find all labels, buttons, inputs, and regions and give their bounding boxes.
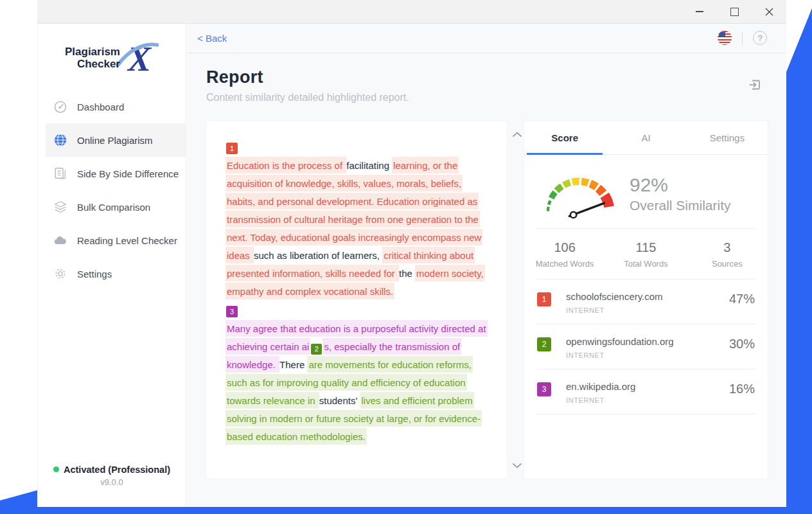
frame-bottom-bar — [0, 507, 812, 514]
similarity-score: 92% Overall Similarity — [630, 174, 731, 213]
source-domain: schoolofsciencery.com — [566, 291, 663, 302]
minimize-icon — [696, 11, 703, 12]
side-by-side-icon — [53, 166, 67, 181]
text-run: such as liberation of learners, — [254, 247, 382, 263]
source-row-schoolofsciencery-com[interactable]: 1schoolofsciencery.comINTERNET47% — [537, 279, 755, 324]
sidebar-item-bulk-comparison[interactable]: Bulk Comparison — [38, 190, 186, 224]
source-percent: 16% — [729, 381, 755, 396]
document-paragraph: 3Many agree that education is a purposef… — [225, 306, 488, 445]
source-domain: openwingsfoundation.org — [566, 336, 674, 347]
sidebar-item-label: Side By Side Difference — [77, 168, 179, 179]
gauge-icon — [53, 100, 67, 114]
text-run: facilitating — [346, 157, 392, 173]
text-run: students' — [319, 392, 360, 409]
vertical-separator — [742, 31, 743, 44]
document-panel: 1Education is the process of facilitatin… — [206, 121, 507, 479]
app-window: Plagiarism Checker X DashboardOnline Pla… — [0, 0, 812, 514]
topbar-icons: ? — [718, 31, 767, 45]
export-button[interactable] — [747, 77, 763, 95]
activation-text: Activated (Professional) — [38, 465, 186, 475]
activation-status: Activated (Professional) v9.0.0 — [38, 465, 186, 487]
sidebar-item-dashboard[interactable]: Dashboard — [38, 90, 186, 123]
topbar: < Back ? — [187, 23, 786, 53]
source-percent: 47% — [729, 291, 755, 306]
report-header: Report Content similarity detailed highl… — [187, 53, 786, 103]
source-type: INTERNET — [566, 396, 635, 404]
source-marker-badge: 1 — [226, 143, 238, 154]
main-area: < Back ? Report Content similarity detai… — [187, 23, 786, 507]
tab-score[interactable]: Score — [524, 121, 605, 154]
frame-right-bar — [786, 0, 812, 514]
sources-list: 1schoolofsciencery.comINTERNET47%2openwi… — [524, 279, 768, 414]
sidebar: Plagiarism Checker X DashboardOnline Pla… — [37, 23, 186, 514]
sidebar-item-label: Settings — [77, 269, 112, 279]
chevron-up-icon — [512, 132, 522, 137]
source-number-badge: 2 — [537, 337, 551, 351]
source-type: INTERNET — [566, 306, 663, 314]
text-run: the — [399, 265, 415, 281]
stat-total-words: 115Total Words — [605, 240, 686, 269]
logo-line2: Checker — [65, 58, 120, 70]
document-paragraph: 1Education is the process of facilitatin… — [225, 143, 488, 300]
paragraph-text: Education is the process of facilitating… — [225, 156, 488, 300]
logo-wordmark: Plagiarism Checker — [65, 46, 120, 70]
logo-line1: Plagiarism — [65, 46, 120, 58]
panel-tabs: ScoreAISettings — [524, 121, 768, 155]
scroll-down-button[interactable] — [510, 458, 524, 472]
sidebar-item-label: Bulk Comparison — [77, 202, 150, 213]
stat-label: Total Words — [605, 259, 686, 269]
stat-value: 3 — [687, 240, 768, 255]
maximize-button[interactable] — [717, 0, 752, 23]
help-icon[interactable]: ? — [753, 31, 767, 45]
back-link[interactable]: < Back — [197, 33, 227, 44]
document-scrollbar — [510, 121, 524, 479]
sidebar-item-label: Online Plagiarism — [77, 135, 153, 146]
titlebar — [37, 0, 786, 24]
highlighted-text-run: Education is the process of — [225, 157, 346, 173]
document-content: 1Education is the process of facilitatin… — [206, 121, 507, 472]
stat-label: Sources — [687, 259, 768, 269]
globe-icon — [53, 133, 67, 147]
source-marker-badge: 2 — [311, 344, 322, 355]
source-row-openwingsfoundation-org[interactable]: 2openwingsfoundation.orgINTERNET30% — [537, 324, 755, 369]
app-logo: Plagiarism Checker X — [38, 40, 186, 76]
app-version: v9.0.0 — [38, 477, 186, 487]
sidebar-item-side-by-side-difference[interactable]: Side By Side Difference — [38, 157, 186, 190]
close-icon — [765, 8, 773, 16]
sidebar-item-settings[interactable]: Settings — [38, 257, 186, 290]
similarity-label: Overall Similarity — [630, 198, 731, 213]
source-info: openwingsfoundation.orgINTERNET — [566, 336, 674, 359]
sidebar-nav: DashboardOnline PlagiarismSide By Side D… — [38, 90, 186, 290]
source-number-badge: 3 — [537, 382, 551, 396]
layers-icon — [53, 200, 67, 214]
logo-x-icon: X — [116, 40, 159, 76]
sidebar-item-label: Dashboard — [77, 102, 124, 112]
cloud-icon — [53, 233, 67, 247]
source-info: en.wikipedia.orgINTERNET — [566, 381, 635, 404]
minimize-button[interactable] — [682, 0, 717, 23]
source-domain: en.wikipedia.org — [566, 381, 635, 392]
paragraph-text: Many agree that education is a purposefu… — [225, 319, 488, 445]
source-number-badge: 1 — [537, 292, 551, 306]
stats-row: 106Matched Words115Total Words3Sources — [524, 229, 768, 279]
sidebar-item-reading-level-checker[interactable]: Reading Level Checker — [38, 224, 186, 257]
stat-value: 115 — [605, 240, 686, 255]
similarity-gauge-icon — [536, 163, 624, 224]
source-row-en-wikipedia-org[interactable]: 3en.wikipedia.orgINTERNET16% — [537, 369, 755, 414]
chevron-down-icon — [512, 463, 522, 468]
similarity-percent: 92% — [630, 174, 731, 196]
page-title: Report — [206, 67, 767, 87]
tab-ai[interactable]: AI — [605, 121, 686, 154]
sidebar-item-online-plagiarism[interactable]: Online Plagiarism — [46, 123, 186, 157]
us-flag-icon[interactable] — [718, 31, 732, 45]
source-info: schoolofsciencery.comINTERNET — [566, 291, 663, 314]
close-button[interactable] — [752, 0, 786, 23]
source-marker-badge: 3 — [226, 306, 238, 317]
scroll-up-button[interactable] — [510, 127, 524, 141]
similarity-gauge-row: 92% Overall Similarity — [524, 155, 768, 228]
stat-label: Matched Words — [524, 259, 605, 269]
text-run: There — [279, 356, 307, 373]
status-dot-icon — [53, 466, 59, 472]
tab-settings[interactable]: Settings — [687, 121, 768, 154]
export-icon — [747, 77, 763, 93]
